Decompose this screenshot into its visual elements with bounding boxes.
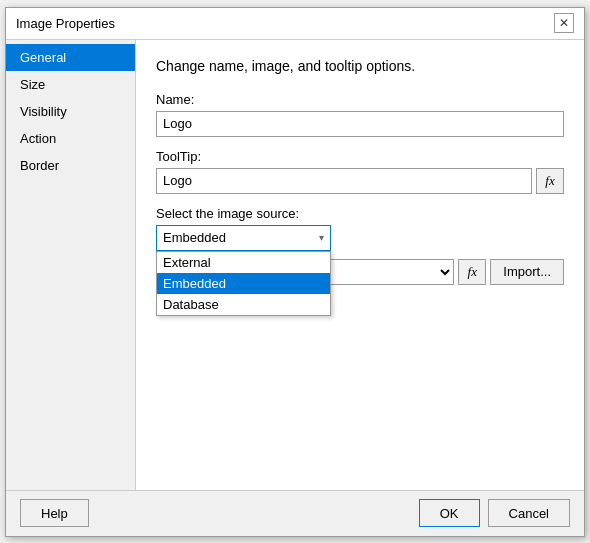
sidebar-item-visibility[interactable]: Visibility [6, 98, 135, 125]
close-button[interactable]: ✕ [554, 13, 574, 33]
source-dropdown-menu: External Embedded Database [156, 251, 331, 316]
dialog-title: Image Properties [16, 16, 115, 31]
source-row: Embedded ▾ External Embedded Database [156, 225, 564, 251]
tooltip-input[interactable] [156, 168, 532, 194]
footer-left: Help [20, 499, 89, 527]
import-button[interactable]: Import... [490, 259, 564, 285]
source-option-embedded[interactable]: Embedded [157, 273, 330, 294]
tooltip-row: fx [156, 168, 564, 194]
dropdown-arrow-icon: ▾ [319, 232, 324, 243]
dialog-footer: Help OK Cancel [6, 490, 584, 536]
source-select-container: Embedded ▾ External Embedded Database [156, 225, 331, 251]
main-heading: Change name, image, and tooltip options. [156, 58, 564, 74]
title-bar: Image Properties ✕ [6, 8, 584, 40]
ok-button[interactable]: OK [419, 499, 480, 527]
path-fx-button[interactable]: fx [458, 259, 486, 285]
name-input[interactable] [156, 111, 564, 137]
sidebar-item-size[interactable]: Size [6, 71, 135, 98]
sidebar-item-general[interactable]: General [6, 44, 135, 71]
source-option-external[interactable]: External [157, 252, 330, 273]
cancel-button[interactable]: Cancel [488, 499, 570, 527]
source-option-database[interactable]: Database [157, 294, 330, 315]
dialog-body: General Size Visibility Action Border Ch… [6, 40, 584, 490]
source-label: Select the image source: [156, 206, 564, 221]
main-content: Change name, image, and tooltip options.… [136, 40, 584, 490]
tooltip-fx-button[interactable]: fx [536, 168, 564, 194]
help-button[interactable]: Help [20, 499, 89, 527]
tooltip-label: ToolTip: [156, 149, 564, 164]
name-label: Name: [156, 92, 564, 107]
image-properties-dialog: Image Properties ✕ General Size Visibili… [5, 7, 585, 537]
source-select-display[interactable]: Embedded ▾ [156, 225, 331, 251]
sidebar-item-border[interactable]: Border [6, 152, 135, 179]
footer-right: OK Cancel [419, 499, 570, 527]
source-selected-text: Embedded [163, 230, 226, 245]
sidebar-item-action[interactable]: Action [6, 125, 135, 152]
sidebar: General Size Visibility Action Border [6, 40, 136, 490]
